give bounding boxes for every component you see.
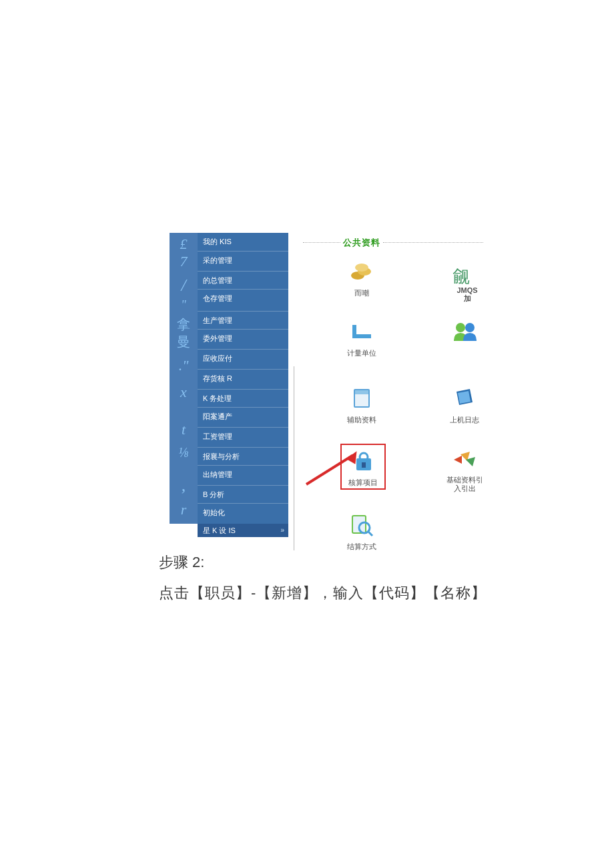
sidebar-item-7[interactable]: 存货核 R <box>198 369 288 387</box>
tile-log-label: 上机日志 <box>438 416 491 424</box>
sidebar-item-6[interactable]: 应收应付 <box>198 349 288 367</box>
sidebar-item-0[interactable]: 我的 KIS <box>198 233 288 251</box>
sidebar-icon-7: x <box>170 384 198 401</box>
sidebar-item-2[interactable]: 的总管理 <box>198 271 288 289</box>
svg-point-2 <box>355 264 368 272</box>
sidebar-item-13[interactable]: B 分析 <box>198 485 288 503</box>
tile-currency-label: 而嘲 <box>335 289 388 298</box>
sidebar-footer-label: 星 K 设 IS <box>203 526 236 534</box>
step-title: 步骤 2: <box>159 552 204 572</box>
main-heading: 公共资料 <box>343 237 380 249</box>
tile-aux[interactable]: 辅助资料 <box>335 385 388 424</box>
coins-icon <box>348 258 375 285</box>
tile-people[interactable] <box>438 318 491 349</box>
tile-accounting-item-label: 核算项目 <box>343 478 383 487</box>
sidebar-icon-10: , <box>170 476 198 496</box>
sidebar-item-3[interactable]: 仓存管理 <box>198 289 288 307</box>
svg-rect-7 <box>355 390 368 394</box>
stacked-arrows-icon <box>451 445 478 472</box>
sidebar-item-4[interactable]: 生产管理 <box>198 311 288 329</box>
notebook-icon <box>348 385 375 412</box>
svg-line-13 <box>368 532 372 536</box>
heading-line-right <box>383 242 483 243</box>
rt-small-line1: JMQS <box>456 286 477 294</box>
sidebar-icon-0: £ <box>170 236 198 253</box>
tile-log[interactable]: 上机日志 <box>438 385 491 424</box>
rt-small-line2: 加 <box>464 294 471 302</box>
chevron-right-icon: » <box>280 524 284 537</box>
sidebar-item-1[interactable]: 采的管理 <box>198 251 288 269</box>
tile-currency[interactable]: 而嘲 <box>335 258 388 298</box>
step-body: 点击【职员】-【新增】，输入【代码】【名称】 <box>159 583 487 603</box>
sidebar-icon-11: r <box>170 501 198 518</box>
tile-accounting-item[interactable]: 核算项目 <box>340 444 386 490</box>
sidebar-item-column: 我的 KIS 采的管理 的总管理 仓存管理 生产管理 委外管理 应收应付 存货核… <box>198 233 288 524</box>
tile-unit-label: 计量单位 <box>335 349 388 358</box>
sidebar-item-10[interactable]: 工资管理 <box>198 427 288 445</box>
sidebar-item-12[interactable]: 出纳管理 <box>198 465 288 483</box>
svg-rect-10 <box>362 462 366 468</box>
sidebar-item-5[interactable]: 委外管理 <box>198 329 288 347</box>
tile-aux-label: 辅助资料 <box>335 416 388 424</box>
heading-line-left <box>303 242 340 243</box>
sidebar-icon-5: 曼 <box>170 333 198 351</box>
svg-point-4 <box>465 323 475 332</box>
tile-import-export-label: 基础资料引 入引出 <box>438 476 491 493</box>
sidebar-footer[interactable]: 星 K 设 IS » <box>198 524 288 537</box>
people-icon <box>451 318 478 345</box>
sidebar-icon-4: 拿 <box>170 316 198 334</box>
sidebar: £ 7 / " 拿 曼 ." x t ⅛ , r 我的 KIS 采的管理 的总管… <box>170 233 288 537</box>
sidebar-icon-1: 7 <box>170 253 198 270</box>
sidebar-icon-column: £ 7 / " 拿 曼 ." x t ⅛ , r <box>170 233 198 524</box>
tile-import-export[interactable]: 基础资料引 入引出 <box>438 445 491 493</box>
screenshot: £ 7 / " 拿 曼 ." x t ⅛ , r 我的 KIS 采的管理 的总管… <box>170 233 491 550</box>
tile-unit[interactable]: 计量单位 <box>335 318 388 358</box>
sidebar-item-14[interactable]: 初始化 <box>198 503 288 521</box>
sidebar-item-8[interactable]: K 务处理 <box>198 389 288 407</box>
sidebar-icon-9: ⅛ <box>170 445 198 460</box>
sidebar-item-11[interactable]: 报襄与分析 <box>198 447 288 465</box>
sidebar-icon-6: ." <box>170 357 198 374</box>
vertical-divider <box>294 366 294 550</box>
tile-settlement-label: 结算方式 <box>335 542 388 551</box>
ruler-icon <box>348 318 375 345</box>
sidebar-icon-8: t <box>170 421 198 438</box>
rt-big-text: 觎 <box>452 265 470 288</box>
tile-settlement[interactable]: 结算方式 <box>335 512 388 551</box>
sidebar-item-9[interactable]: 阳案通产 <box>198 407 288 425</box>
book-icon <box>451 385 478 412</box>
rt-small-text: JMQS 加 <box>452 286 482 302</box>
sidebar-icon-3: " <box>170 298 198 312</box>
sidebar-icon-2: / <box>170 276 198 296</box>
svg-point-3 <box>456 323 465 332</box>
magnifier-sheet-icon <box>348 512 375 538</box>
